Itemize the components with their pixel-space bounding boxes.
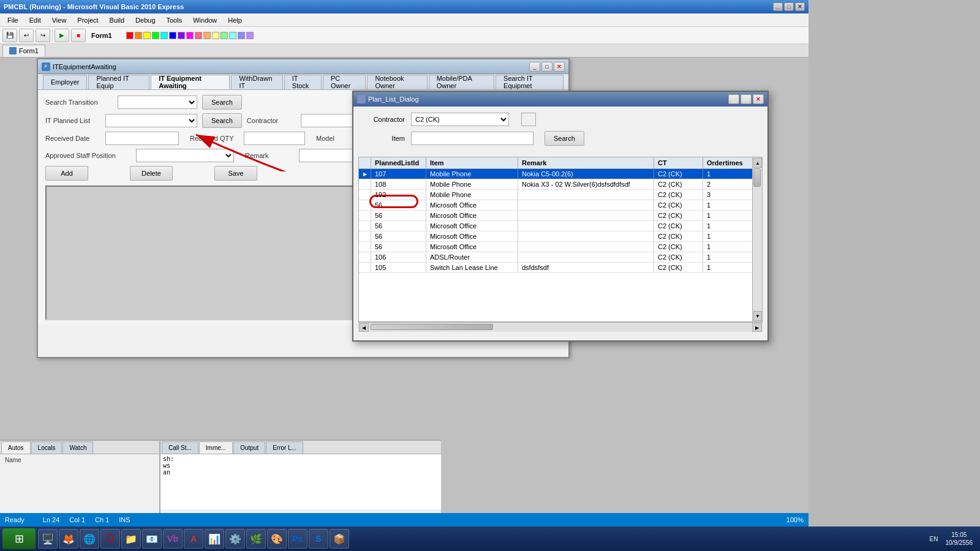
- nav-tab-mobile[interactable]: Mobile/PDA Owner: [429, 75, 494, 89]
- ide-close-btn[interactable]: ✕: [795, 2, 805, 11]
- taskbar-right: EN 15:05 10/9/2556: [925, 531, 978, 547]
- ide-errorl-tab[interactable]: Error L...: [266, 441, 303, 454]
- it-form-min-btn[interactable]: _: [529, 62, 540, 72]
- it-form-titlebar: F ITEquipmentAwaiting _ □ ✕: [38, 59, 568, 74]
- grid-row-5[interactable]: 56 Microsoft Office C2 (CK) 1: [359, 221, 752, 231]
- ide-toolbar-stop[interactable]: ■: [71, 29, 86, 42]
- taskbar-icon-4[interactable]: O: [100, 529, 120, 549]
- nav-tab-awaiting[interactable]: IT Equipment Awaiting: [151, 75, 230, 89]
- plan-dialog-content: Contractor C2 (CK) Item Search: [353, 107, 767, 157]
- ide-menu-help[interactable]: Help: [223, 15, 247, 25]
- taskbar-icon-10[interactable]: ⚙️: [225, 529, 245, 549]
- grid-hscrollbar-left[interactable]: ◀: [359, 323, 369, 332]
- taskbar-icon-14[interactable]: S: [309, 529, 328, 549]
- ide-menu-file[interactable]: File: [2, 15, 23, 25]
- grid-vscrollbar-up[interactable]: ▲: [753, 158, 762, 168]
- grid-row-7[interactable]: 56 Microsoft Office C2 (CK) 1: [359, 242, 752, 252]
- save-btn[interactable]: Save: [214, 166, 257, 181]
- ide-menu-view[interactable]: View: [47, 15, 72, 25]
- add-btn[interactable]: Add: [45, 166, 88, 181]
- dialog-item-input[interactable]: [411, 132, 533, 145]
- ide-locals-tab[interactable]: Locals: [31, 441, 62, 454]
- nav-tab-withdrawn[interactable]: WithDrawn IT: [231, 75, 282, 89]
- grid-row-2[interactable]: 192 Mobile Phone C2 (CK) 3: [359, 190, 752, 200]
- search-transition-select[interactable]: [118, 96, 197, 109]
- ide-output-tab[interactable]: Output: [233, 441, 265, 454]
- grid-row-8[interactable]: 106 ADSL/Router C2 (CK) 1: [359, 252, 752, 263]
- plan-list-dialog: Plan_List_Dialog _ □ ✕ Contractor C2 (CK…: [352, 91, 769, 342]
- plan-dialog-close-btn[interactable]: ✕: [753, 94, 764, 104]
- taskbar-icon-12[interactable]: 🎨: [267, 529, 287, 549]
- ide-callst-tab[interactable]: Call St...: [162, 441, 198, 454]
- grid-row-1[interactable]: 108 Mobile Phone Nokia X3 - 02 W.Silver(…: [359, 179, 752, 190]
- grid-row-9[interactable]: 105 Switch Lan Lease Line dsfdsfsdf C2 (…: [359, 263, 752, 273]
- taskbar-icon-9[interactable]: 📊: [205, 529, 224, 549]
- row-arrow-1: [359, 179, 371, 189]
- form-tab-icon: [9, 47, 17, 54]
- taskbar-time: 15:05: [946, 531, 973, 539]
- it-form-close-btn[interactable]: ✕: [554, 62, 565, 72]
- ide-imme-tab[interactable]: Imme...: [199, 441, 233, 454]
- taskbar-icon-5[interactable]: 📁: [121, 529, 141, 549]
- grid-row-6[interactable]: 56 Microsoft Office C2 (CK) 1: [359, 231, 752, 242]
- taskbar-lang: EN: [930, 536, 938, 542]
- taskbar-icon-3[interactable]: 🌐: [80, 529, 99, 549]
- cell-id-2: 192: [371, 190, 426, 200]
- grid-vscrollbar-thumb[interactable]: [753, 168, 761, 187]
- ide-toolbar-run[interactable]: ▶: [55, 29, 69, 42]
- ide-toolbar-btn1[interactable]: 💾: [2, 29, 17, 42]
- ide-menu-window[interactable]: Window: [188, 15, 222, 25]
- nav-tab-pcowner[interactable]: PC Owner: [323, 75, 366, 89]
- dialog-search-btn[interactable]: Search: [545, 131, 584, 146]
- ide-menu-debug[interactable]: Debug: [130, 15, 160, 25]
- taskbar-icon-6[interactable]: 📧: [142, 529, 162, 549]
- ide-menu-edit[interactable]: Edit: [24, 15, 46, 25]
- received-qty-input[interactable]: [244, 132, 305, 145]
- taskbar-icon-15[interactable]: 📦: [330, 529, 349, 549]
- ide-watch-tab[interactable]: Watch: [62, 441, 93, 454]
- grid-hscrollbar-thumb[interactable]: [371, 324, 493, 330]
- delete-btn[interactable]: Delete: [130, 166, 173, 181]
- ide-max-btn[interactable]: □: [784, 2, 794, 11]
- nav-tab-employer[interactable]: Employer: [43, 75, 87, 89]
- ide-form1-tab[interactable]: Form1: [2, 45, 45, 57]
- taskbar-icon-7[interactable]: Vb: [163, 529, 183, 549]
- cell-item-3: Microsoft Office: [426, 200, 518, 210]
- taskbar-icon-11[interactable]: 🌿: [246, 529, 266, 549]
- ide-autos-tab[interactable]: Autos: [1, 441, 31, 454]
- grid-vscrollbar[interactable]: ▲ ▼: [752, 157, 762, 321]
- search-btn-2[interactable]: Search: [202, 113, 242, 128]
- it-form-max-btn[interactable]: □: [541, 62, 552, 72]
- search-btn-top[interactable]: Search: [202, 95, 242, 110]
- ide-toolbar-btn3[interactable]: ↪: [36, 29, 50, 42]
- ide-menubar: File Edit View Project Build Debug Tools…: [0, 13, 809, 27]
- taskbar-icon-1[interactable]: 🖥️: [38, 529, 58, 549]
- it-planned-list-select[interactable]: [105, 114, 197, 127]
- ide-toolbar-btn2[interactable]: ↩: [19, 29, 34, 42]
- received-date-input[interactable]: [105, 132, 179, 145]
- grid-hscrollbar-right[interactable]: ▶: [752, 323, 762, 332]
- ide-menu-project[interactable]: Project: [72, 15, 103, 25]
- grid-row-0[interactable]: ▶ 107 Mobile Phone Nokia C5-00.2(6) C2 (…: [359, 169, 752, 179]
- ide-menu-build[interactable]: Build: [105, 15, 129, 25]
- nav-tab-planned[interactable]: Planned IT Equip: [88, 75, 149, 89]
- plan-dialog-max-btn[interactable]: □: [741, 94, 752, 104]
- row-arrow-3: [359, 200, 371, 210]
- nav-tab-search[interactable]: Search IT Equipmet: [496, 75, 564, 89]
- approved-staff-select[interactable]: [136, 149, 234, 162]
- grid-hscrollbar[interactable]: ◀ ▶: [358, 322, 763, 332]
- ide-min-btn[interactable]: _: [773, 2, 783, 11]
- grid-vscrollbar-down[interactable]: ▼: [753, 311, 762, 321]
- taskbar-icon-13[interactable]: Ps: [288, 529, 307, 549]
- taskbar-icon-2[interactable]: 🦊: [59, 529, 78, 549]
- plan-dialog-min-btn[interactable]: _: [728, 94, 739, 104]
- dialog-contractor-select[interactable]: C2 (CK): [411, 113, 509, 126]
- taskbar-icon-8[interactable]: A: [184, 529, 203, 549]
- nav-tab-stock[interactable]: IT Stock: [284, 75, 322, 89]
- ide-menu-tools[interactable]: Tools: [162, 15, 187, 25]
- grid-row-3[interactable]: 56 Microsoft Office C2 (CK) 1: [359, 200, 752, 211]
- grid-row-4[interactable]: 56 Microsoft Office C2 (CK) 1: [359, 211, 752, 221]
- nav-tab-notebook[interactable]: Notebook Owner: [367, 75, 427, 89]
- start-button[interactable]: ⊞: [2, 528, 36, 549]
- taskbar-clock: 15:05 10/9/2556: [946, 531, 973, 547]
